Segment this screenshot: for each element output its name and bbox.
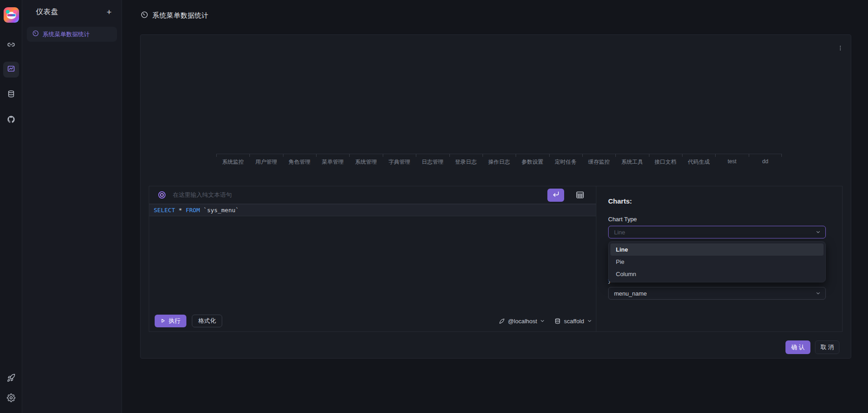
x-axis-category-label: 登录日志 (449, 154, 483, 167)
kebab-menu-icon[interactable] (835, 43, 845, 53)
x-axis-category-label: 参数设置 (516, 154, 549, 167)
database-label: scaffold (564, 318, 584, 325)
link-icon (7, 40, 15, 51)
page-title: 系统菜单数据统计 (152, 11, 209, 20)
x-axis-category-label: 用户管理 (249, 154, 283, 167)
connection-label: @localhost (508, 318, 537, 325)
yaxis-value: menu_name (614, 290, 647, 297)
sidebar-item-dashboard-entry[interactable]: 系统菜单数据统计 (27, 27, 117, 42)
dashboard-sidebar: 仪表盘 + 系统菜单数据统计 (22, 0, 122, 413)
gauge-icon (32, 30, 39, 39)
rail-item-connections[interactable] (3, 38, 19, 53)
ai-prompt-icon (157, 190, 166, 199)
sidebar-item-label: 系统菜单数据统计 (43, 30, 90, 39)
nl-prompt-input[interactable]: 在这里输入纯文本语句 (173, 191, 541, 199)
dropdown-option[interactable]: Column (610, 268, 824, 280)
x-axis-category-label: 缓存监控 (582, 154, 615, 167)
github-icon (7, 115, 15, 126)
chart-type-dropdown: LinePieColumn (608, 241, 826, 282)
x-axis-category-label: 代码生成 (682, 154, 715, 167)
gauge-icon (141, 11, 148, 20)
main-area: 系统菜单数据统计 系统监控用户管理角色管理菜单管理系统管理字典管理日志管理登录日… (122, 0, 868, 413)
chevron-down-icon (815, 291, 821, 296)
enter-return-icon (552, 190, 560, 199)
chevron-down-icon (587, 318, 592, 324)
icon-rail (0, 0, 22, 413)
database-selector[interactable]: scaffold (554, 318, 592, 325)
x-axis-category-label: 日志管理 (416, 154, 449, 167)
rocket-icon (7, 374, 15, 384)
x-axis-category-label: 角色管理 (283, 154, 316, 167)
format-button-label: 格式化 (198, 317, 216, 325)
yaxis-select[interactable]: menu_name (608, 287, 826, 300)
format-button[interactable]: 格式化 (192, 315, 222, 327)
sql-code-line[interactable]: SELECT * FROM `sys_menu` (149, 204, 596, 216)
chart-type-select[interactable]: Line (608, 226, 826, 238)
sql-token: `sys_menu` (200, 207, 239, 214)
x-axis-category-label: 菜单管理 (316, 154, 349, 167)
connection-icon (498, 318, 505, 325)
panda-logo-glasses (7, 14, 15, 16)
rail-item-github[interactable] (3, 112, 19, 128)
x-axis-category-label: test (715, 154, 748, 167)
x-axis-category-label: 定时任务 (549, 154, 582, 167)
gear-icon (7, 394, 15, 404)
sql-token: * (175, 207, 185, 214)
charts-config-panel: Charts: Chart Type Line yAxis menu_name … (596, 186, 842, 331)
x-axis-category-label: 系统监控 (216, 154, 249, 167)
chart-type-value: Line (614, 229, 625, 236)
add-dashboard-button[interactable]: + (107, 8, 112, 16)
query-and-charts-section: 在这里输入纯文本语句 SELECT * FROM `sys_menu` (149, 186, 843, 332)
rail-item-settings[interactable] (3, 391, 19, 407)
x-axis-category-label: dd (749, 154, 782, 167)
dashboard-chart-icon (7, 64, 15, 75)
play-icon (161, 318, 166, 325)
run-button[interactable]: 执行 (155, 315, 186, 327)
submit-prompt-button[interactable] (547, 189, 564, 202)
dropdown-option[interactable]: Line (610, 243, 824, 256)
chevron-down-icon (815, 229, 821, 235)
x-axis-category-label: 系统管理 (349, 154, 382, 167)
rail-item-dashboard[interactable] (3, 62, 19, 78)
sidebar-title: 仪表盘 (36, 7, 59, 17)
dashboard-card-panel: 系统监控用户管理角色管理菜单管理系统管理字典管理日志管理登录日志操作日志参数设置… (140, 34, 851, 359)
sql-token: FROM (185, 207, 200, 214)
editor-footer: 执行 格式化 @localhost scaffold (155, 315, 592, 327)
page-header: 系统菜单数据统计 (141, 11, 209, 20)
x-axis-category-label: 字典管理 (383, 154, 416, 167)
x-axis-category-label: 操作日志 (483, 154, 516, 167)
chart-x-axis: 系统监控用户管理角色管理菜单管理系统管理字典管理日志管理登录日志操作日志参数设置… (216, 154, 782, 167)
run-button-label: 执行 (169, 317, 180, 325)
app-logo[interactable] (4, 7, 19, 23)
result-table-icon[interactable] (575, 190, 585, 200)
database-icon (7, 90, 15, 100)
sql-token: SELECT (154, 207, 175, 214)
rail-item-rocket[interactable] (3, 371, 19, 387)
chevron-down-icon (540, 318, 545, 324)
x-axis-category-label: 接口文档 (649, 154, 682, 167)
panel-footer: 确 认 取 消 (785, 340, 839, 354)
database-icon (554, 318, 561, 325)
chart-type-label: Chart Type (608, 216, 826, 223)
sql-editor: 在这里输入纯文本语句 SELECT * FROM `sys_menu` (149, 186, 596, 331)
x-axis-category-label: 系统工具 (615, 154, 649, 167)
connection-selector[interactable]: @localhost (498, 318, 546, 325)
cancel-button[interactable]: 取 消 (815, 340, 839, 354)
charts-panel-title: Charts: (608, 197, 826, 205)
sidebar-header: 仪表盘 + (22, 0, 122, 17)
confirm-button[interactable]: 确 认 (785, 340, 811, 354)
nl-prompt-bar: 在这里输入纯文本语句 (149, 186, 596, 204)
rail-item-database[interactable] (3, 87, 19, 103)
dropdown-option[interactable]: Pie (610, 256, 824, 268)
